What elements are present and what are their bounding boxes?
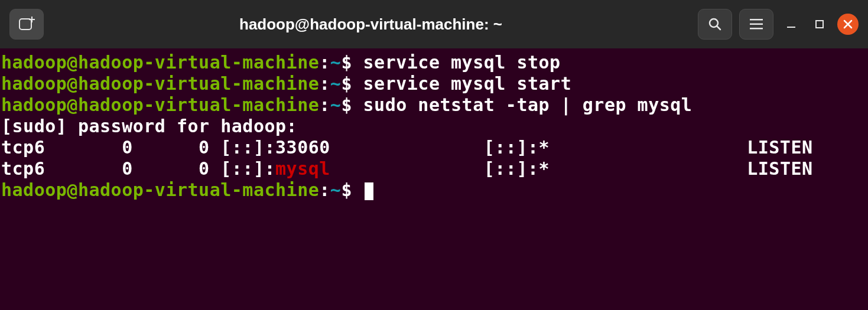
grep-match: mysql [275, 158, 330, 179]
svg-rect-6 [750, 24, 763, 25]
sudo-prompt: [sudo] password for hadoop: [1, 116, 308, 136]
prompt-colon: : [319, 73, 330, 94]
new-tab-button[interactable] [9, 9, 44, 40]
svg-line-4 [717, 26, 720, 30]
prompt-symbol: $ [341, 52, 352, 73]
close-icon [843, 19, 853, 29]
close-button[interactable] [837, 14, 859, 35]
prompt-symbol: $ [341, 73, 352, 94]
prompt-path: ~ [330, 94, 342, 115]
svg-rect-7 [750, 28, 763, 30]
maximize-button[interactable] [809, 14, 830, 35]
hamburger-icon [749, 18, 763, 30]
svg-rect-8 [787, 27, 795, 28]
command-text: sudo netstat -tap | grep mysql [363, 94, 693, 115]
search-icon [707, 17, 723, 32]
minimize-icon [786, 19, 797, 30]
svg-rect-9 [816, 21, 823, 28]
output-text: [::]:* LISTEN 2903/ [330, 158, 868, 179]
prompt-user: hadoop@hadoop-virtual-machine [1, 73, 319, 94]
prompt-user: hadoop@hadoop-virtual-machine [1, 180, 319, 200]
command-text: service mysql stop [363, 52, 561, 73]
prompt-colon: : [319, 180, 330, 200]
terminal-area: hadoop@hadoop-virtual-machine:~$ service… [0, 48, 868, 310]
prompt-path: ~ [330, 73, 342, 94]
titlebar: hadoop@hadoop-virtual-machine: ~ [0, 0, 868, 48]
cursor [365, 182, 373, 200]
minimize-button[interactable] [781, 14, 802, 35]
output-text: tcp6 0 0 [::]:33060 [::]:* LISTEN 2903/ [1, 137, 868, 158]
svg-rect-2 [29, 19, 35, 20]
prompt-symbol: $ [341, 180, 352, 200]
prompt-path: ~ [330, 52, 342, 73]
menu-button[interactable] [739, 9, 773, 40]
prompt-symbol: $ [341, 94, 352, 115]
output-text: tcp6 0 0 [::]: [1, 158, 275, 179]
maximize-icon [814, 19, 825, 30]
prompt-user: hadoop@hadoop-virtual-machine [1, 52, 319, 73]
search-button[interactable] [698, 9, 732, 40]
new-tab-icon [18, 17, 35, 32]
svg-rect-5 [750, 19, 763, 21]
prompt-colon: : [319, 94, 330, 115]
titlebar-right [698, 9, 859, 40]
prompt-user: hadoop@hadoop-virtual-machine [1, 94, 319, 115]
prompt-path: ~ [330, 180, 342, 200]
command-text: service mysql start [363, 73, 572, 94]
svg-rect-0 [19, 19, 31, 30]
prompt-colon: : [319, 52, 330, 73]
terminal-window: hadoop@hadoop-virtual-machine: ~ [0, 0, 868, 310]
window-title: hadoop@hadoop-virtual-machine: ~ [51, 15, 691, 34]
terminal-output[interactable]: hadoop@hadoop-virtual-machine:~$ service… [0, 48, 868, 310]
